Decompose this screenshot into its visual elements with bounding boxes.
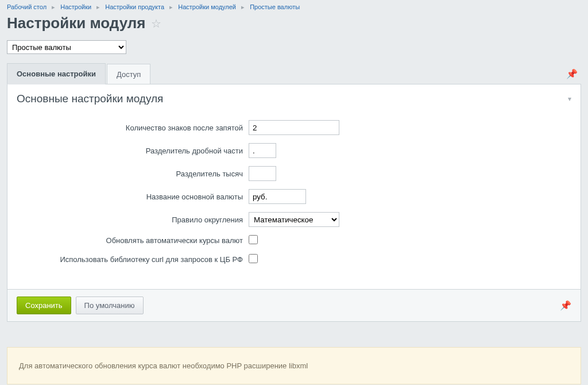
module-select[interactable]: Простые валюты (7, 40, 126, 54)
auto-update-label: Обновлять автоматически курсы валют (19, 236, 249, 245)
default-button[interactable]: По умолчанию (76, 297, 144, 314)
chevron-right-icon: ▸ (241, 3, 245, 10)
breadcrumb-link[interactable]: Рабочий стол (7, 3, 47, 10)
notice-box: Для автоматического обновления курса вал… (7, 347, 581, 384)
chevron-right-icon: ▸ (169, 3, 173, 10)
settings-panel: Основные настройки модуля ▾ Количество з… (7, 84, 581, 290)
rounding-select[interactable]: Математическое (249, 212, 339, 227)
decimal-sep-input[interactable] (249, 143, 276, 158)
decimals-label: Количество знаков после запятой (19, 124, 249, 132)
pin-icon[interactable]: 📌 (566, 68, 581, 79)
breadcrumb-link[interactable]: Настройки модулей (178, 3, 236, 10)
pin-icon[interactable]: 📌 (560, 300, 571, 311)
breadcrumb-link[interactable]: Настройки (60, 3, 91, 10)
breadcrumb-link[interactable]: Настройки продукта (105, 3, 164, 10)
chevron-right-icon: ▸ (96, 3, 100, 10)
thousand-sep-label: Разделитель тысяч (19, 170, 249, 178)
tab-main-settings[interactable]: Основные настройки (7, 63, 106, 84)
base-currency-label: Название основной валюты (19, 192, 249, 201)
decimal-sep-label: Разделитель дробной части (19, 147, 249, 155)
base-currency-input[interactable] (249, 189, 306, 204)
notice-text: Для автоматического обновления курса вал… (19, 361, 308, 370)
star-icon[interactable]: ☆ (151, 17, 161, 30)
tab-access[interactable]: Доступ (107, 64, 150, 84)
decimals-input[interactable] (249, 120, 339, 135)
breadcrumb: Рабочий стол ▸ Настройки ▸ Настройки про… (0, 0, 588, 12)
use-curl-checkbox[interactable] (249, 254, 258, 263)
chevron-right-icon: ▸ (52, 3, 55, 10)
chevron-down-icon[interactable]: ▾ (568, 95, 571, 103)
auto-update-checkbox[interactable] (249, 235, 258, 244)
use-curl-label: Использовать библиотеку curl для запросо… (19, 255, 249, 264)
page-title: Настройки модуля (7, 14, 145, 32)
rounding-label: Правило округления (19, 215, 249, 224)
thousand-sep-input[interactable] (249, 166, 276, 181)
panel-title: Основные настройки модуля (17, 93, 568, 105)
panel-footer: Сохранить По умолчанию 📌 (7, 290, 581, 322)
breadcrumb-link[interactable]: Простые валюты (250, 3, 300, 10)
save-button[interactable]: Сохранить (17, 297, 71, 314)
